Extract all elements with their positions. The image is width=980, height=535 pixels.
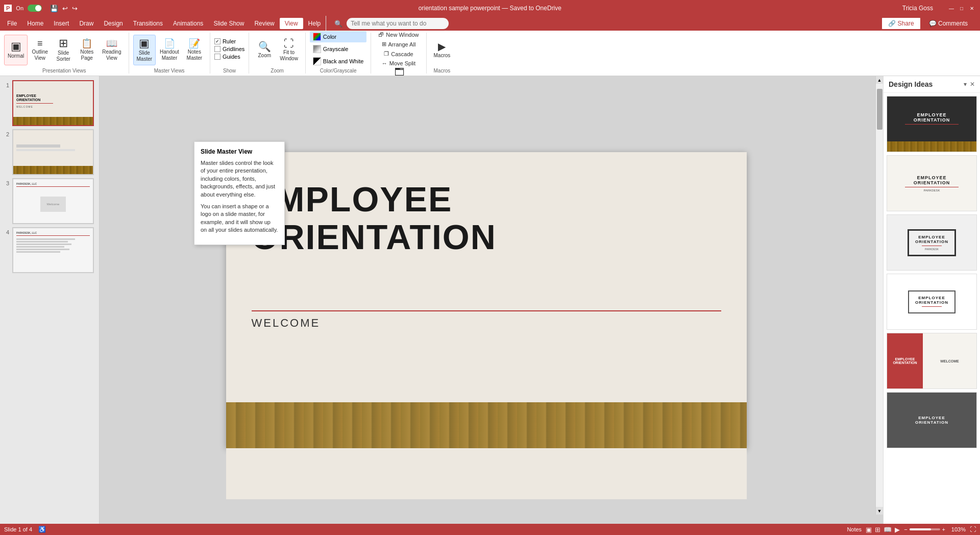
slide-floor (226, 402, 747, 448)
scroll-up-button[interactable]: ▲ (876, 76, 883, 84)
gridlines-check-box (214, 46, 220, 52)
bw-swatch (313, 57, 321, 65)
menu-help[interactable]: Help (303, 18, 326, 29)
dthumb4-title2: ORIENTATION (915, 300, 948, 305)
comments-button[interactable]: 💬 Comments (925, 18, 972, 29)
dthumb4-title: EMPLOYEE (915, 296, 948, 300)
dthumb1-floor (887, 141, 976, 152)
slide-canvas[interactable]: EMPLOYEE ORIENTATION WELCOME (226, 152, 747, 448)
menu-insert[interactable]: Insert (48, 18, 74, 29)
notes-master-button[interactable]: 📝 NotesMaster (183, 35, 206, 65)
slide-thumb-3[interactable]: 3 PARKDESK, LLC Welcome (2, 178, 97, 224)
dthumb5-sub: WELCOME (940, 359, 959, 363)
scroll-track[interactable] (876, 84, 883, 507)
search-input[interactable] (347, 18, 449, 29)
black-white-button[interactable]: Black and White (310, 56, 366, 67)
zoom-in-button[interactable]: + (942, 526, 945, 532)
arrange-all-button[interactable]: ⊞ Arrange All (375, 40, 422, 48)
normal-view-button[interactable]: ▣ Normal (4, 35, 28, 65)
tooltip-para1: Master slides control the look of your e… (201, 159, 278, 199)
thumb4-l6 (16, 251, 60, 253)
reading-status-icon[interactable]: 📖 (884, 526, 892, 533)
slide-master-button[interactable]: ▣ SlideMaster (133, 35, 156, 65)
dthumb5-left: EMPLOYEEORIENTATION (887, 333, 923, 388)
zoom-slider[interactable] (910, 528, 940, 530)
fit-to-window-button[interactable]: ⛶ Fit toWindow (277, 35, 301, 65)
ribbon-group-window: 🗗 New Window ⊞ Arrange All ❐ Cascade ↔ M… (371, 33, 426, 74)
menu-transitions[interactable]: Transitions (128, 18, 168, 29)
slide-thumb-2[interactable]: 2 (2, 129, 97, 175)
notes-page-button[interactable]: 📋 NotesPage (76, 35, 98, 65)
slide-master-label: SlideMaster (137, 50, 153, 62)
dthumb5-text: EMPLOYEEORIENTATION (891, 355, 919, 367)
slide-thumb-4[interactable]: 4 PARKDESK, LLC (2, 227, 97, 273)
notes-status-button[interactable]: Notes (847, 526, 862, 532)
slide-sorter-button[interactable]: ⊞ SlideSorter (52, 35, 75, 65)
handout-master-button[interactable]: 📄 HandoutMaster (157, 35, 182, 65)
menu-file[interactable]: File (2, 18, 22, 29)
undo-icon[interactable]: ↩ (62, 5, 68, 12)
new-window-button[interactable]: 🗗 New Window (375, 31, 422, 39)
redo-icon[interactable]: ↪ (72, 5, 78, 12)
color-button[interactable]: Color (310, 31, 366, 42)
zoom-out-button[interactable]: − (904, 526, 907, 532)
menu-draw[interactable]: Draw (74, 18, 99, 29)
menu-review[interactable]: Review (249, 18, 279, 29)
slide-thumb-1[interactable]: 1 EMPLOYEEORIENTATION WELCOME (2, 80, 97, 126)
menu-slideshow[interactable]: Slide Show (208, 18, 249, 29)
zoom-label: Zoom (258, 53, 272, 59)
dthumb1-bg: EMPLOYEE ORIENTATION (887, 96, 976, 152)
menu-animations[interactable]: Animations (168, 18, 208, 29)
restore-button[interactable]: □ (958, 4, 966, 12)
menu-home[interactable]: Home (22, 18, 48, 29)
status-left: Slide 1 of 4 ♿ (4, 526, 46, 533)
slide-image-1[interactable]: EMPLOYEEORIENTATION WELCOME (12, 80, 94, 126)
gridlines-checkbox[interactable]: Gridlines (214, 45, 244, 53)
arrange-icon: ⊞ (382, 41, 386, 47)
reading-view-button[interactable]: 📖 ReadingView (99, 35, 124, 65)
dthumb5-right: WELCOME (923, 333, 976, 388)
title-bar-left: P On 💾 ↩ ↪ (4, 5, 78, 12)
autosave-toggle[interactable] (28, 5, 42, 12)
design-idea-1[interactable]: EMPLOYEE ORIENTATION (887, 96, 977, 152)
dthumb2-title: EMPLOYEE (917, 175, 946, 180)
vertical-scrollbar[interactable]: ▲ ▼ (875, 76, 883, 515)
outline-view-button[interactable]: ≡ OutlineView (29, 35, 51, 65)
zoom-button[interactable]: 🔍 Zoom (253, 35, 276, 65)
slide-image-3[interactable]: PARKDESK, LLC Welcome (12, 178, 94, 224)
grayscale-swatch (313, 45, 321, 53)
guides-checkbox[interactable]: Guides (214, 53, 244, 60)
design-idea-4[interactable]: EMPLOYEE ORIENTATION (887, 274, 977, 330)
scroll-thumb[interactable] (877, 89, 883, 130)
normal-view-icon[interactable]: ▣ (866, 526, 872, 533)
show-options: Ruler Gridlines Guides (214, 33, 244, 65)
cascade-button[interactable]: ❐ Cascade (375, 50, 422, 58)
grayscale-button[interactable]: Grayscale (310, 43, 366, 55)
handout-master-label: HandoutMaster (160, 49, 179, 61)
design-panel-close[interactable]: ✕ (970, 81, 975, 88)
share-button[interactable]: 🔗 Share (881, 17, 920, 30)
design-idea-3[interactable]: EMPLOYEE ORIENTATION PARKDESK (887, 214, 977, 271)
thumb4-bg: PARKDESK, LLC (13, 228, 93, 272)
slideshow-status-icon[interactable]: ▶ (895, 526, 900, 533)
zoom-buttons: 🔍 Zoom ⛶ Fit toWindow (253, 33, 301, 65)
fit-slide-button[interactable]: ⛶ (970, 526, 976, 533)
scroll-down-button[interactable]: ▼ (876, 507, 883, 515)
macros-button[interactable]: ▶ Macros (431, 35, 454, 65)
menu-design[interactable]: Design (99, 18, 128, 29)
zoom-label-footer: Zoom (271, 67, 284, 74)
app-logo: P (4, 5, 12, 12)
design-idea-6[interactable]: EMPLOYEE ORIENTATION (887, 392, 977, 448)
sorter-view-icon[interactable]: ⊞ (875, 526, 880, 533)
slide-image-2[interactable] (12, 129, 94, 175)
save-icon[interactable]: 💾 (50, 5, 58, 12)
slide-image-4[interactable]: PARKDESK, LLC (12, 227, 94, 273)
close-button[interactable]: ✕ (968, 4, 976, 12)
notes-master-icon: 📝 (189, 39, 200, 48)
menu-view[interactable]: View (280, 18, 303, 29)
design-idea-5[interactable]: EMPLOYEEORIENTATION WELCOME (887, 333, 977, 389)
design-panel-chevron[interactable]: ▾ (964, 81, 967, 88)
ruler-checkbox[interactable]: Ruler (214, 38, 244, 45)
minimize-button[interactable]: — (947, 4, 955, 12)
design-idea-2[interactable]: EMPLOYEE ORIENTATION PARKDESK (887, 155, 977, 211)
